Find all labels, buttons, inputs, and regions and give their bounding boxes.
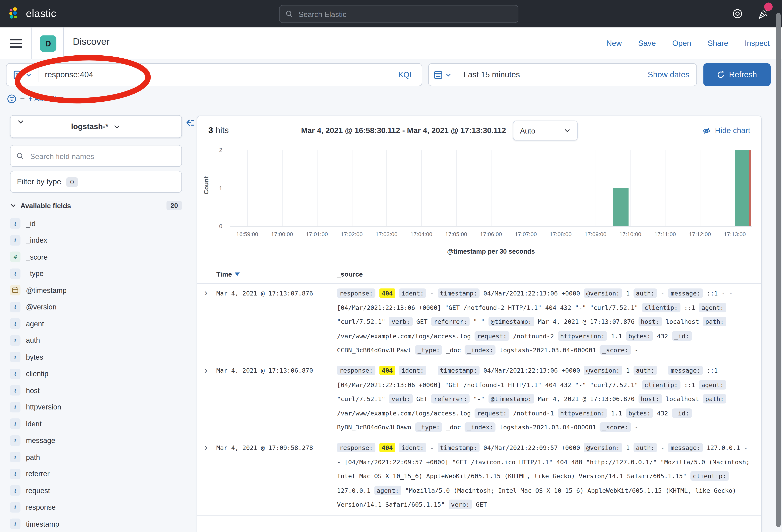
query-language-button[interactable]: KQL bbox=[390, 67, 422, 82]
scrollbar[interactable] bbox=[776, 0, 781, 532]
elastic-logo[interactable]: elastic bbox=[8, 7, 56, 20]
source-field-key: clientip: bbox=[642, 380, 680, 389]
time-range-value[interactable]: Last 15 minutes bbox=[457, 70, 648, 79]
source-field-key: ident: bbox=[399, 289, 426, 298]
new-button[interactable]: New bbox=[606, 39, 622, 48]
field-item[interactable]: t_type bbox=[10, 265, 182, 282]
field-item[interactable]: #_score bbox=[10, 249, 182, 265]
source-field-key: verb: bbox=[449, 500, 472, 509]
field-type-text-icon: t bbox=[10, 352, 21, 363]
x-tick-label: 17:07:00 bbox=[515, 231, 537, 237]
field-item[interactable]: t_index bbox=[10, 232, 182, 249]
expand-row-icon[interactable]: › bbox=[204, 364, 208, 376]
field-item[interactable]: tclientip bbox=[10, 366, 182, 382]
field-item[interactable]: tagent bbox=[10, 315, 182, 332]
index-pattern-select[interactable]: logstash-* bbox=[10, 115, 182, 138]
field-item[interactable]: @timestamp bbox=[10, 282, 182, 299]
x-axis-labels: 16:59:0017:00:0017:01:0017:02:0017:03:00… bbox=[230, 231, 752, 239]
scrollbar-thumb[interactable] bbox=[776, 13, 781, 527]
field-name: referrer bbox=[26, 470, 50, 478]
table-row: ›Mar 4, 2021 @ 17:13:07.876response: 404… bbox=[198, 284, 761, 361]
y-tick-label: 2 bbox=[219, 147, 222, 153]
query-text[interactable]: response:404 bbox=[38, 70, 390, 79]
source-field-value: logstash-2021.03.04-000001 bbox=[499, 346, 596, 354]
field-item[interactable]: tpath bbox=[10, 449, 182, 466]
field-item[interactable]: tbytes bbox=[10, 349, 182, 366]
x-tick-label: 17:04:00 bbox=[410, 231, 432, 237]
field-search-input[interactable] bbox=[29, 151, 175, 161]
inspect-button[interactable]: Inspect bbox=[745, 39, 770, 48]
hide-chart-button[interactable]: Hide chart bbox=[703, 126, 750, 135]
query-input[interactable]: response:404 KQL bbox=[6, 63, 422, 86]
field-item[interactable]: thttpversion bbox=[10, 399, 182, 415]
field-item[interactable]: thost bbox=[10, 382, 182, 399]
source-field-key: bytes: bbox=[626, 408, 653, 418]
x-tick-label: 17:10:00 bbox=[619, 231, 641, 237]
field-item[interactable]: tresponse bbox=[10, 499, 182, 516]
x-tick-label: 17:13:00 bbox=[724, 231, 746, 237]
source-field-key: @version: bbox=[584, 443, 622, 452]
source-field-key: agent: bbox=[374, 486, 401, 495]
share-button[interactable]: Share bbox=[708, 39, 728, 48]
source-field-key: @version: bbox=[584, 366, 622, 375]
y-tick-label: 1 bbox=[219, 185, 222, 191]
x-tick-label: 17:03:00 bbox=[376, 231, 397, 237]
search-icon bbox=[16, 152, 24, 160]
interval-select[interactable]: Auto bbox=[513, 120, 578, 141]
expand-row-icon[interactable]: › bbox=[204, 441, 208, 453]
histogram-bar bbox=[735, 150, 751, 226]
field-type-date-icon bbox=[10, 285, 21, 296]
saved-query-menu-button[interactable] bbox=[7, 67, 38, 82]
global-search[interactable] bbox=[279, 5, 519, 23]
source-field-key: referrer: bbox=[431, 317, 470, 327]
source-field-key: httpversion: bbox=[558, 408, 607, 418]
source-field-value: 1 bbox=[626, 367, 630, 374]
add-filter-button[interactable]: + Add filter bbox=[29, 94, 63, 103]
time-column-header[interactable]: Time bbox=[216, 271, 240, 278]
eye-slash-icon bbox=[703, 126, 711, 135]
save-button[interactable]: Save bbox=[638, 39, 656, 48]
field-item[interactable]: ttimestamp bbox=[10, 516, 182, 532]
refresh-button[interactable]: Refresh bbox=[704, 63, 771, 86]
field-type-number-icon: # bbox=[10, 252, 21, 262]
whats-new-button[interactable] bbox=[757, 8, 769, 20]
field-item[interactable]: t_id bbox=[10, 215, 182, 232]
source-field-key: agent: bbox=[699, 380, 726, 389]
field-name: message bbox=[26, 436, 55, 445]
field-name: path bbox=[26, 453, 40, 461]
x-tick-label: 17:02:00 bbox=[341, 231, 363, 237]
x-tick-label: 17:12:00 bbox=[689, 231, 711, 237]
filter-icon[interactable] bbox=[7, 94, 16, 104]
source-field-key: _type: bbox=[415, 345, 442, 355]
field-name: auth bbox=[26, 336, 40, 344]
field-item[interactable]: treferrer bbox=[10, 465, 182, 482]
open-button[interactable]: Open bbox=[672, 39, 691, 48]
collapse-sidebar-icon[interactable] bbox=[185, 118, 195, 128]
source-field-key: response: bbox=[337, 366, 376, 375]
source-field-value: GET bbox=[476, 501, 487, 508]
available-fields-header[interactable]: Available fields 20 bbox=[10, 201, 182, 211]
field-name: timestamp bbox=[26, 520, 59, 528]
field-type-text-icon: t bbox=[10, 435, 21, 446]
global-search-input[interactable] bbox=[298, 9, 512, 19]
help-icon[interactable] bbox=[732, 8, 743, 20]
menu-icon[interactable] bbox=[10, 38, 22, 49]
show-dates-button[interactable]: Show dates bbox=[648, 70, 696, 79]
field-item[interactable]: tauth bbox=[10, 332, 182, 349]
filter-by-type[interactable]: Filter by type 0 bbox=[10, 171, 182, 193]
app-icon-badge[interactable]: D bbox=[40, 35, 57, 52]
chart-date-range[interactable]: Mar 4, 2021 @ 16:58:30.112 - Mar 4, 2021… bbox=[301, 126, 506, 135]
quick-select-button[interactable] bbox=[429, 64, 457, 86]
page-body: response:404 KQL Last 15 minutes Show da… bbox=[0, 60, 782, 532]
source-field-key: _id: bbox=[672, 408, 692, 418]
field-item[interactable]: tident bbox=[10, 415, 182, 432]
field-item[interactable]: tmessage bbox=[10, 432, 182, 449]
field-search[interactable] bbox=[10, 145, 182, 167]
field-item[interactable]: t@version bbox=[10, 299, 182, 315]
source-field-value: 127.0.0.1 bbox=[337, 487, 370, 494]
field-item[interactable]: trequest bbox=[10, 482, 182, 499]
hits-bar: 3hits Mar 4, 2021 @ 16:58:30.112 - Mar 4… bbox=[198, 116, 761, 145]
source-field-key: @timestamp: bbox=[488, 317, 534, 327]
x-tick-label: 17:06:00 bbox=[480, 231, 502, 237]
expand-row-icon[interactable]: › bbox=[204, 287, 208, 299]
